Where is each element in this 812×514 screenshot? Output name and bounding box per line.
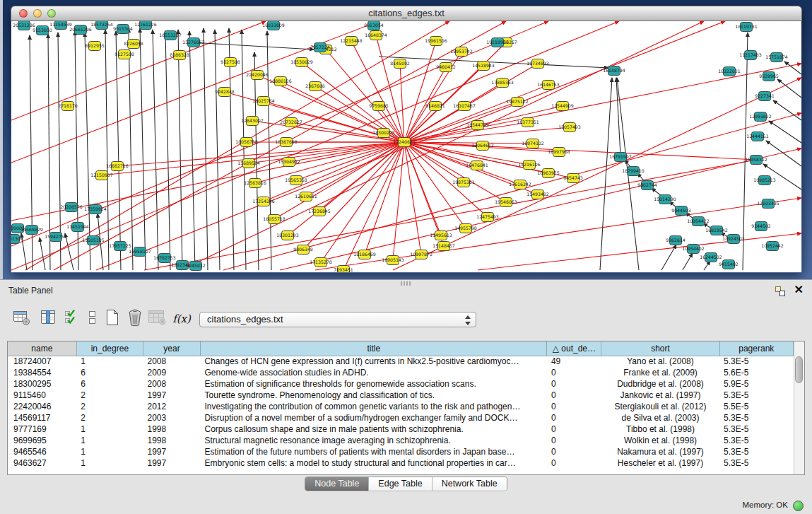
network-canvas[interactable]: 1724062118530029168801261002576412843007… [11,21,801,272]
graph-node[interactable]: 16905143 [382,256,404,265]
graph-node[interactable]: 19565358 [285,176,307,185]
graph-node[interactable]: 12610651 [295,192,317,201]
column-header-pagerank[interactable]: pagerank [719,341,793,356]
graph-node[interactable]: 12093822 [749,112,772,122]
graph-node[interactable]: 18997968 [548,148,570,157]
graph-node[interactable]: 10985213 [753,176,776,185]
create-column-button[interactable] [102,308,123,329]
graph-node[interactable]: 16819542 [705,226,728,235]
graph-node[interactable]: 12475493 [476,213,499,222]
graph-node[interactable]: 8813054 [364,21,384,30]
graph-node[interactable]: 15148457 [433,242,455,251]
graph-node[interactable]: 15942757 [45,233,67,242]
column-header-name[interactable]: name [8,341,76,356]
graph-node[interactable]: 19961506 [425,37,447,46]
graph-node[interactable]: 15216106 [518,160,541,170]
tab-node-table[interactable]: Node Table [305,477,369,491]
graph-node[interactable]: 16682716 [106,162,129,171]
table-row[interactable]: 911546021997Tourette syndrome. Phenomeno… [8,390,794,401]
minimize-button[interactable] [33,9,42,18]
splitter-handle[interactable] [401,281,411,286]
graph-node[interactable]: 17957225 [109,242,131,251]
vertical-scrollbar[interactable] [794,341,804,474]
table-row[interactable]: 946362711997Embryonic stem cells: a mode… [8,457,794,469]
graph-node[interactable]: 18056758 [235,138,258,147]
tab-edge-table[interactable]: Edge Table [369,477,432,491]
graph-node[interactable]: 10954422 [687,217,710,226]
graph-node[interactable]: 9044503 [671,206,691,216]
graph-node[interactable]: 16782753 [153,254,176,263]
graph-node[interactable]: 2367608 [305,82,325,91]
graph-node[interactable]: 17885363 [491,78,514,88]
graph-node[interactable]: 10952442 [761,242,784,251]
graph-node[interactable]: 11495613 [430,231,452,240]
graph-node[interactable]: 16377351 [517,118,539,127]
network-window-titlebar[interactable]: citations_edges.txt [11,6,802,21]
graph-node[interactable]: 18544789 [466,121,489,130]
graph-node[interactable]: 17135278 [310,258,332,267]
graph-node[interactable]: 15276062 [182,38,205,47]
graph-node[interactable]: 12103435 [757,199,779,209]
graph-node[interactable]: 16033809 [262,21,285,30]
graph-node[interactable]: 16107487 [453,102,476,111]
table-row[interactable]: 946554611997Estimation of the future num… [8,446,794,457]
graph-node[interactable]: 9415402 [719,260,739,269]
graph-node[interactable]: 18367608 [275,138,298,147]
graph-node[interactable]: 18301293 [276,231,299,240]
graph-node[interactable]: 11217483 [739,51,762,60]
close-button[interactable] [19,9,28,18]
graph-node[interactable]: 10954402 [682,245,705,254]
graph-node[interactable]: 9759685 [369,102,389,111]
graph-node[interactable]: 9244502 [751,222,771,231]
graph-node[interactable]: 19734893 [526,59,549,69]
graph-node[interactable]: 18530029 [290,58,313,67]
network-view[interactable]: 1724062118530029168801261002576412843007… [11,21,801,272]
graph-node[interactable]: 19875122 [506,98,529,107]
float-panel-icon[interactable] [775,286,785,296]
graph-node[interactable]: 12161226 [134,21,157,30]
graph-node[interactable]: 9242848 [215,88,235,97]
column-header-year[interactable]: year [143,341,200,356]
graph-node[interactable]: 8186328 [170,51,189,60]
graph-node[interactable]: 10997870 [410,250,433,259]
select-columns-button[interactable] [62,308,83,329]
graph-node[interactable]: 9362614 [666,236,686,245]
graph-node[interactable]: 12563816 [244,179,266,188]
graph-node[interactable]: 9227341 [755,92,775,101]
graph-node[interactable]: 17359924 [84,205,107,214]
graph-node[interactable]: 14518943 [472,62,495,71]
graph-node[interactable]: 18953742 [450,47,473,57]
graph-node[interactable]: 10025764 [252,97,275,106]
graph-node[interactable]: 16880126 [269,77,292,86]
table-options-button[interactable] [11,308,33,329]
graph-node[interactable]: 18186469 [353,250,376,259]
graph-node[interactable]: 9806348 [293,245,313,255]
graph-node[interactable]: 9329965 [759,72,779,81]
graph-node[interactable]: 12444151 [746,132,769,141]
graph-node[interactable]: 15014290 [654,195,676,204]
show-columns-button[interactable] [38,308,59,329]
graph-node[interactable]: 19546063 [495,198,517,207]
row-mode-button[interactable] [82,308,103,329]
graph-node[interactable]: 16476841 [466,161,488,170]
graph-node[interactable]: 17254246 [252,197,275,206]
graph-node[interactable]: 18322031 [718,67,741,76]
graph-node[interactable]: 9146821 [425,102,445,111]
graph-node[interactable]: 16648374 [365,31,387,40]
column-header-outde[interactable]: △ out_de… [547,341,601,356]
close-panel-icon[interactable]: ✕ [794,283,804,296]
graph-node[interactable]: 15958312 [745,156,767,165]
graph-node[interactable]: 9862744 [637,181,657,190]
graph-node[interactable]: 16148794 [603,66,625,76]
graph-node[interactable]: 15057493 [558,123,581,132]
graph-node[interactable]: 12150907 [90,171,113,180]
graph-node[interactable]: 19875361 [452,178,475,187]
table-selector[interactable]: citations_edges.txt [199,312,476,327]
delete-column-button[interactable] [124,308,146,329]
table-row[interactable]: 1938455462009Genome-wide association stu… [8,367,794,378]
graph-node[interactable]: 20681296 [69,25,92,35]
graph-node[interactable]: 12064612 [471,141,494,151]
graph-node[interactable]: 12843007 [241,117,264,126]
graph-node[interactable]: 20531286 [13,21,35,30]
graph-node[interactable]: 16244502 [700,253,722,262]
